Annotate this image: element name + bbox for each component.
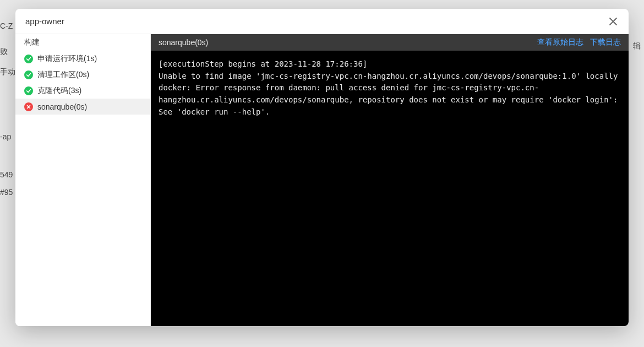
step-label: 克隆代码(3s)	[37, 86, 81, 96]
check-icon	[24, 86, 33, 95]
step-label: sonarqube(0s)	[37, 102, 87, 111]
bg-text: 败	[0, 47, 8, 57]
view-raw-log-link[interactable]: 查看原始日志	[537, 37, 583, 47]
log-output[interactable]: [executionStep begins at 2023-11-28 17:2…	[151, 51, 629, 326]
modal-header: app-owner	[15, 9, 629, 34]
build-log-modal: app-owner 构建 申请运行环境(1s) 清理工作区(0s)	[15, 9, 629, 326]
step-item-clean-workspace[interactable]: 清理工作区(0s)	[15, 67, 150, 83]
close-button[interactable]	[608, 16, 619, 27]
bg-text: 辑	[633, 41, 641, 51]
step-item-apply-env[interactable]: 申请运行环境(1s)	[15, 51, 150, 67]
bg-text: 手动	[0, 67, 15, 77]
bg-text: -ap	[0, 132, 11, 141]
check-icon	[24, 71, 33, 79]
steps-sidebar: 构建 申请运行环境(1s) 清理工作区(0s) 克隆代码(3s)	[15, 34, 151, 326]
sidebar-header: 构建	[15, 34, 150, 51]
download-log-link[interactable]: 下载日志	[590, 37, 621, 47]
log-panel: sonarqube(0s) 查看原始日志 下载日志 [executionStep…	[151, 34, 629, 326]
bg-text: C-Z	[0, 21, 13, 30]
check-icon	[24, 55, 33, 63]
modal-body: 构建 申请运行环境(1s) 清理工作区(0s) 克隆代码(3s)	[15, 34, 629, 326]
step-label: 清理工作区(0s)	[37, 70, 89, 80]
error-icon	[24, 102, 33, 111]
bg-text: #95	[0, 188, 13, 197]
log-header-title: sonarqube(0s)	[159, 38, 208, 47]
step-label: 申请运行环境(1s)	[37, 54, 97, 64]
log-header-actions: 查看原始日志 下载日志	[537, 37, 621, 47]
step-item-sonarqube[interactable]: sonarqube(0s)	[15, 99, 150, 115]
log-header: sonarqube(0s) 查看原始日志 下载日志	[151, 34, 629, 51]
close-icon	[609, 17, 618, 26]
modal-title: app-owner	[25, 17, 64, 26]
bg-text: 549	[0, 170, 13, 179]
step-item-clone[interactable]: 克隆代码(3s)	[15, 83, 150, 99]
